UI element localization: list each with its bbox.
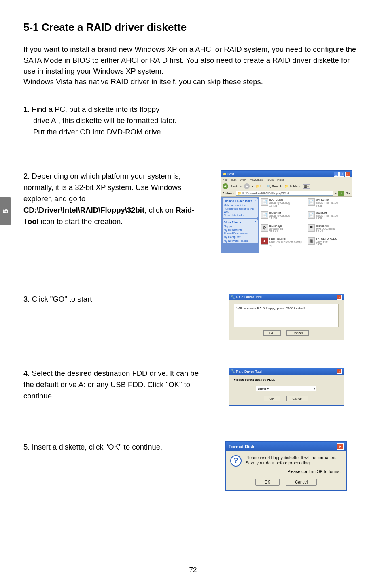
file-item[interactable]: ≣license.txtText Document12 KB (308, 224, 350, 236)
place-mydocs[interactable]: My Documents (224, 228, 257, 231)
go-button[interactable]: GO (263, 330, 280, 336)
inf-icon: 📄 (308, 198, 315, 206)
chapter-tab: 5 (0, 197, 11, 225)
views-button[interactable]: ▦▾ (303, 184, 310, 189)
search-button[interactable]: 🔍 Search (267, 185, 282, 188)
oem-icon: ▦ (308, 237, 315, 245)
up-icon[interactable]: 📁↑ (256, 185, 261, 188)
inf-icon: 📄 (308, 211, 315, 219)
cancel-button[interactable]: Cancel (286, 479, 317, 486)
close-button[interactable]: × (337, 295, 342, 300)
file-item[interactable]: 📄iaStor.infSetup Information8 KB (308, 211, 350, 223)
explorer-titlebar: 📁 32bit _ □ × (221, 171, 352, 177)
cancel-button[interactable]: Cancel (286, 330, 309, 336)
explorer-addressbar: Address 📁 E:\Driver\Intel\RAID\Floppy\32… (221, 190, 352, 197)
menu-file[interactable]: File (223, 178, 228, 182)
minimize-button[interactable]: _ (334, 172, 339, 177)
place-shared[interactable]: Shared Documents (224, 231, 257, 235)
task-publish[interactable]: Publish this folder to the Web (224, 207, 257, 213)
collapse-icon[interactable]: ⌃ (254, 200, 257, 203)
menu-view[interactable]: View (240, 178, 246, 182)
catalog-icon: 📄 (261, 211, 268, 219)
go-button[interactable]: → (338, 191, 344, 196)
dialog-message: Please insert floppy diskette. It will b… (246, 455, 337, 467)
place-computer[interactable]: My Computer (224, 235, 257, 239)
menu-tools[interactable]: Tools (266, 178, 274, 182)
ok-button[interactable]: OK (264, 396, 281, 401)
file-item[interactable]: 📄iaStor.catSecurity Catalog11 KB (261, 211, 303, 223)
dialog-titlebar: Format Disk × (226, 442, 346, 451)
place-network[interactable]: My Network Places (224, 239, 257, 242)
explorer-task-pane: File and Folder Tasks⌃ Make a new folder… (221, 197, 259, 253)
file-item-raidtool[interactable]: ●RaidTool.exeRaidTool Microsoft 基礎類別… (261, 237, 303, 251)
task-new-folder[interactable]: Make a new folder (224, 203, 257, 207)
menu-favorites[interactable]: Favorites (250, 178, 263, 182)
close-button[interactable]: × (337, 369, 342, 374)
other-places-panel: Other Places⌃ Floppy My Documents Shared… (223, 219, 258, 243)
cancel-button[interactable]: Cancel (286, 396, 309, 401)
fdd-select[interactable]: Driver A (256, 386, 316, 391)
raid-tool-dialog-go: 🔧 Raid Driver Tool × Will be create RAID… (229, 294, 344, 340)
file-item[interactable]: ▦TXTSETUP.OEMOEM File5 KB (308, 237, 350, 251)
address-label: Address (223, 192, 234, 195)
ok-button[interactable]: OK (255, 479, 280, 486)
task-share[interactable]: Share this folder (224, 213, 257, 217)
step-1: 1. Find a PC, put a diskette into its fl… (23, 104, 363, 138)
sys-icon: ⚙ (261, 224, 268, 232)
maximize-button[interactable]: □ (339, 172, 344, 177)
back-button[interactable]: ◄ (223, 183, 228, 189)
explorer-window: 📁 32bit _ □ × File Edit View Favorites T… (221, 170, 352, 253)
page-number: 72 (0, 566, 386, 574)
close-button[interactable]: × (337, 443, 344, 450)
dialog-message: Will be create RAID Floppy, press "GO" t… (234, 304, 339, 327)
format-disk-dialog: Format Disk × ? Please insert floppy dis… (225, 441, 347, 491)
raid-tool-dialog-fdd: 🔧 Raid Driver Tool × Please select desir… (229, 368, 344, 406)
step-4: 4. Select the desired destination FDD dr… (23, 368, 363, 406)
page-title: 5-1 Create a RAID driver diskette (23, 21, 363, 34)
file-item[interactable]: 📄iaAHCI.infSetup Information9 KB (308, 198, 350, 210)
confirm-text: Please confirm OK to format. (230, 469, 342, 474)
catalog-icon: 📄 (261, 198, 268, 206)
go-label: Go (346, 192, 350, 195)
folders-button[interactable]: 📁 Folders (284, 185, 300, 188)
file-folder-tasks-panel: File and Folder Tasks⌃ Make a new folder… (223, 198, 258, 218)
dialog-message: Please select desired FDD. (234, 378, 339, 381)
step-3: 3. Click "GO" to start. 🔧 Raid Driver To… (23, 294, 363, 340)
file-item[interactable]: 📄iaAHCI.catSecurity Catalog12 KB (261, 198, 303, 210)
forward-button[interactable]: ► (244, 183, 250, 189)
step-5: 5. Insert a diskette, click "OK" to cont… (23, 441, 363, 491)
back-label: Back (231, 185, 238, 188)
exe-icon: ● (261, 237, 268, 245)
explorer-toolbar: ◄ Back ▾ ► · 📁↑ | 🔍 Search 📁 Folders ▦▾ (221, 183, 352, 190)
collapse-icon[interactable]: ⌃ (254, 221, 257, 224)
step-2: 2. Depending on which platform your syst… (23, 170, 363, 253)
explorer-menubar: File Edit View Favorites Tools Help (221, 177, 352, 183)
menu-edit[interactable]: Edit (231, 178, 236, 182)
close-button[interactable]: × (345, 172, 350, 177)
txt-icon: ≣ (308, 224, 315, 232)
menu-help[interactable]: Help (277, 178, 284, 182)
dialog-titlebar: 🔧 Raid Driver Tool × (229, 368, 344, 375)
intro-text: If you want to install a brand new Windo… (23, 44, 363, 87)
dialog-titlebar: 🔧 Raid Driver Tool × (229, 294, 344, 300)
question-icon: ? (230, 455, 242, 467)
file-item[interactable]: ⚙IaStor.sysSystem file311 KB (261, 224, 303, 236)
place-floppy[interactable]: Floppy (224, 224, 257, 228)
address-input[interactable]: 📁 E:\Driver\Intel\RAID\Floppy\32bit (236, 191, 333, 196)
file-list: 📄iaAHCI.catSecurity Catalog12 KB 📄iaAHCI… (259, 197, 352, 253)
